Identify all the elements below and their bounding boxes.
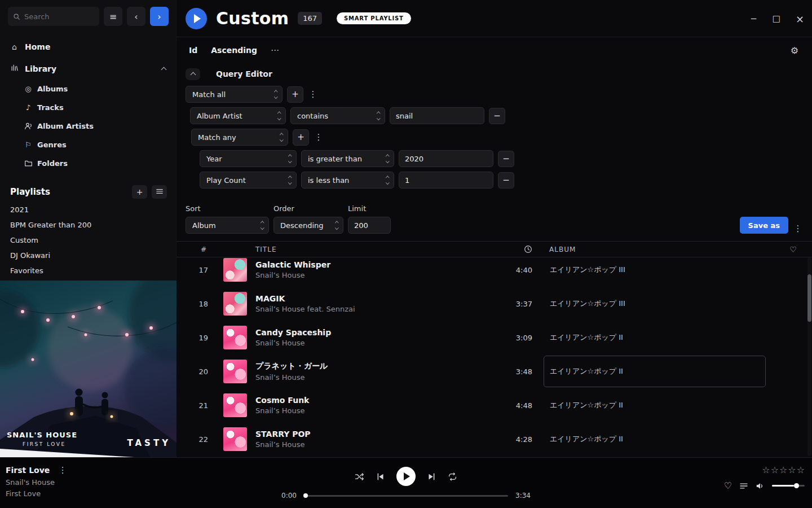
sidebar-item-home[interactable]: ⌂ Home: [0, 36, 176, 58]
root-options-button[interactable]: ⋮: [308, 89, 318, 99]
rule-operator-select[interactable]: contains: [290, 107, 385, 124]
playlist-item[interactable]: 2021: [0, 202, 176, 217]
playlist-item[interactable]: Favorites: [0, 263, 176, 278]
sort-field-button[interactable]: Id: [189, 46, 197, 55]
shuffle-button[interactable]: [355, 472, 364, 481]
volume-handle[interactable]: [794, 483, 799, 488]
remove-rule-button[interactable]: −: [498, 172, 514, 189]
playlist-item[interactable]: DJ Okawari: [0, 248, 176, 263]
volume-slider[interactable]: [772, 485, 805, 487]
now-playing-artist[interactable]: Snail's House: [6, 478, 68, 487]
seek-bar[interactable]: [304, 495, 508, 497]
star-rating-icon[interactable]: ☆: [788, 465, 796, 475]
track-art-thumbnail[interactable]: [223, 258, 247, 282]
sidebar-item-tracks[interactable]: ♪ Tracks: [0, 98, 176, 117]
collapse-library-icon[interactable]: [162, 64, 166, 73]
track-art-thumbnail[interactable]: [223, 393, 247, 417]
table-row[interactable]: 21 Cosmo Funk Snail’s House 4:48 エイリアン☆ポ…: [176, 388, 812, 422]
add-rule-button[interactable]: +: [287, 86, 303, 103]
column-header-index[interactable]: #: [176, 246, 213, 253]
track-album[interactable]: エイリアン☆ポップ II: [544, 423, 766, 455]
track-art-thumbnail[interactable]: [223, 326, 247, 349]
column-header-title[interactable]: TITLE: [253, 246, 487, 253]
sidebar-item-folders[interactable]: Folders: [0, 154, 176, 173]
sidebar-item-genres[interactable]: ⚐ Genres: [0, 135, 176, 154]
track-album[interactable]: エイリアン☆ポップ II: [544, 389, 766, 421]
remove-rule-button[interactable]: −: [498, 151, 514, 167]
volume-button[interactable]: [756, 481, 765, 491]
rule-operator-select[interactable]: is greater than: [301, 150, 394, 167]
track-artist[interactable]: Snail’s House: [255, 271, 487, 279]
track-title[interactable]: Cosmo Funk: [255, 396, 487, 405]
now-playing-title[interactable]: First Love: [6, 466, 50, 475]
previous-button[interactable]: [376, 472, 385, 481]
now-playing-album[interactable]: First Love: [6, 489, 68, 498]
track-art-thumbnail[interactable]: [223, 360, 247, 383]
seek-handle[interactable]: [303, 493, 308, 498]
rule-field-select[interactable]: Album Artist: [190, 107, 286, 124]
track-options-button[interactable]: ⋮: [58, 465, 68, 475]
remove-rule-button[interactable]: −: [489, 108, 505, 124]
order-select[interactable]: Descending: [273, 217, 343, 234]
queue-button[interactable]: [739, 481, 748, 491]
track-artist[interactable]: Snail’s House: [255, 339, 487, 347]
track-album[interactable]: エイリアン☆ポップ II: [544, 356, 766, 387]
save-as-button[interactable]: Save as: [740, 217, 788, 234]
table-row[interactable]: 18 MAGIK Snail’s House feat. Sennzai 3:3…: [176, 287, 812, 321]
track-artist[interactable]: Snail’s House feat. Sennzai: [255, 305, 487, 313]
table-row[interactable]: 19 Candy Spaceship Snail’s House 3:09 エイ…: [176, 321, 812, 354]
column-header-favorite[interactable]: ♡: [780, 245, 806, 254]
play-playlist-button[interactable]: [186, 8, 207, 29]
scrollbar[interactable]: [807, 257, 811, 456]
track-art-thumbnail[interactable]: [223, 427, 247, 451]
forward-button[interactable]: ›: [150, 7, 169, 26]
track-title[interactable]: MAGIK: [255, 294, 487, 303]
search-input[interactable]: [24, 12, 94, 21]
scrollbar-thumb[interactable]: [807, 274, 811, 322]
star-rating-icon[interactable]: ☆: [779, 465, 787, 475]
track-artist[interactable]: Snail’s House: [255, 440, 487, 449]
play-pause-button[interactable]: [396, 467, 416, 486]
close-button[interactable]: ×: [796, 13, 804, 25]
track-art-thumbnail[interactable]: [223, 292, 247, 316]
table-row[interactable]: 20 プラネット・ガール Snail’s House 3:48 エイリアン☆ポッ…: [176, 354, 812, 388]
rule-value-input[interactable]: [390, 107, 484, 124]
track-title[interactable]: Galactic Whisper: [255, 260, 487, 269]
next-button[interactable]: [427, 472, 436, 481]
track-title[interactable]: STARRY POP: [255, 430, 487, 439]
more-options-button[interactable]: ⋯: [271, 45, 280, 55]
track-title[interactable]: プラネット・ガール: [255, 361, 487, 371]
column-header-duration[interactable]: [487, 245, 532, 253]
search-box[interactable]: [8, 7, 99, 26]
playlist-item[interactable]: BPM Greater than 200: [0, 217, 176, 233]
track-title[interactable]: Candy Spaceship: [255, 328, 487, 337]
track-album[interactable]: エイリアン☆ポップ III: [544, 288, 766, 319]
favorite-button[interactable]: ♡: [724, 480, 732, 491]
collapse-query-editor-button[interactable]: [186, 68, 200, 80]
playlist-item[interactable]: Custom: [0, 233, 176, 248]
add-group-rule-button[interactable]: +: [293, 129, 309, 146]
star-rating-icon[interactable]: ☆: [771, 465, 779, 475]
match-type-select[interactable]: Match all: [186, 86, 283, 103]
star-rating-icon[interactable]: ☆: [797, 465, 805, 475]
table-row[interactable]: 22 STARRY POP Snail’s House 4:28 エイリアン☆ポ…: [176, 422, 812, 456]
track-artist[interactable]: Snail’s House: [255, 406, 487, 415]
repeat-button[interactable]: [448, 472, 457, 481]
sidebar-item-library[interactable]: Library: [0, 58, 176, 80]
maximize-button[interactable]: □: [773, 14, 780, 24]
sort-select[interactable]: Album: [186, 217, 269, 234]
column-header-album[interactable]: ALBUM: [532, 246, 780, 253]
sidebar-item-album-artists[interactable]: Album Artists: [0, 117, 176, 135]
group-match-type-select[interactable]: Match any: [191, 129, 288, 146]
add-playlist-button[interactable]: +: [132, 185, 147, 199]
rule-field-select[interactable]: Year: [200, 150, 297, 167]
track-artist[interactable]: Snail’s House: [255, 373, 487, 382]
menu-button[interactable]: ≡: [104, 7, 122, 26]
rule-value-input[interactable]: [399, 150, 493, 167]
table-row[interactable]: 17 Galactic Whisper Snail’s House 4:40 エ…: [176, 257, 812, 287]
star-rating-icon[interactable]: ☆: [762, 465, 770, 475]
sidebar-item-albums[interactable]: ◎ Albums: [0, 80, 176, 98]
track-album[interactable]: エイリアン☆ポップ II: [544, 322, 766, 353]
group-options-button[interactable]: ⋮: [314, 132, 324, 142]
now-playing-art[interactable]: SNAIL'S HOUSE FIRST LOVE TASTY: [0, 281, 176, 457]
